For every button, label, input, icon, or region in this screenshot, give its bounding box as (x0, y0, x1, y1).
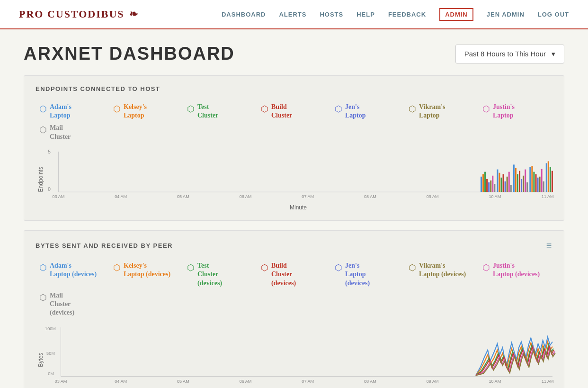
nav-logout[interactable]: LOG OUT (538, 11, 569, 18)
nav-admin[interactable]: ADMIN (439, 8, 473, 21)
bytes-legend: ⬡ Adam'sLaptop (devices) ⬡ Kelsey'sLapto… (36, 260, 552, 319)
endpoints-chart-inner: 5 0 03 AM 04 AM 05 AM 06 AM 07 AM 08 AM … (44, 148, 552, 211)
bytes-chart: Bytes 100M 50M 0M 03 AM 04 AM 05 AM 06 A… (36, 324, 552, 388)
nav-hosts[interactable]: HOSTS (320, 11, 343, 18)
bytes-justin-icon: ⬡ (482, 262, 490, 273)
test-cluster-label: TestCluster (197, 103, 218, 120)
svg-rect-15 (484, 171, 486, 192)
bytes-legend-mail[interactable]: ⬡ MailCluster(devices) (36, 289, 552, 319)
build-cluster-label: BuildCluster (271, 103, 292, 120)
chevron-down-icon: ▾ (552, 50, 555, 58)
svg-text:04 AM: 04 AM (115, 379, 127, 384)
bytes-legend-justin[interactable]: ⬡ Justin'sLaptop (devices) (479, 260, 552, 289)
svg-rect-39 (533, 171, 535, 192)
svg-rect-32 (519, 171, 520, 192)
svg-rect-40 (535, 174, 536, 191)
test-cluster-icon: ⬡ (187, 104, 195, 114)
legend-kelsey[interactable]: ⬡ Kelsey'sLaptop (109, 101, 183, 122)
endpoints-legend: ⬡ Adam'sLaptop ⬡ Kelsey'sLaptop ⬡ TestCl… (36, 101, 552, 143)
svg-text:06 AM: 06 AM (240, 379, 252, 384)
bytes-chart-inner: 100M 50M 0M 03 AM 04 AM 05 AM 06 AM 07 A… (44, 324, 552, 388)
svg-text:07 AM: 07 AM (302, 194, 314, 199)
nav-feedback[interactable]: FEEDBACK (388, 11, 426, 18)
legend-mail-cluster[interactable]: ⬡ MailCluster (36, 122, 552, 143)
bytes-mail-label: MailCluster(devices) (50, 291, 74, 317)
legend-vikram[interactable]: ⬡ Vikram'sLaptop (405, 101, 479, 122)
svg-rect-44 (543, 181, 544, 192)
mail-cluster-label: MailCluster (50, 124, 71, 141)
bytes-kelsey-icon: ⬡ (113, 262, 121, 273)
svg-rect-17 (488, 182, 490, 192)
svg-rect-13 (481, 177, 482, 192)
legend-jen[interactable]: ⬡ Jen'sLaptop (331, 101, 405, 122)
jen-icon: ⬡ (335, 104, 342, 114)
page-title: ARXNET DASHBOARD (24, 44, 235, 64)
svg-text:06 AM: 06 AM (240, 194, 252, 199)
navigation: PRO CUSTODIBUS ❧ DASHBOARD ALERTS HOSTS … (0, 0, 588, 29)
svg-text:08 AM: 08 AM (364, 194, 376, 199)
nav-help[interactable]: HELP (356, 11, 375, 18)
svg-text:0: 0 (48, 187, 51, 192)
vikram-label: Vikram'sLaptop (419, 103, 445, 120)
svg-text:09 AM: 09 AM (427, 194, 439, 199)
svg-rect-27 (508, 171, 510, 192)
svg-rect-35 (525, 169, 526, 192)
mail-cluster-icon: ⬡ (39, 125, 47, 135)
nav-jen-admin[interactable]: JEN ADMIN (487, 11, 525, 18)
bytes-legend-jen[interactable]: ⬡ Jen'sLaptop(devices) (331, 260, 405, 289)
kelsey-icon: ⬡ (113, 104, 121, 114)
bytes-panel: BYTES SENT AND RECEIVED BY PEER ≡ ⬡ Adam… (24, 230, 564, 388)
justin-icon: ⬡ (482, 104, 490, 114)
bytes-test-icon: ⬡ (187, 262, 195, 273)
svg-rect-20 (494, 184, 495, 192)
nav-dashboard[interactable]: DASHBOARD (222, 11, 266, 18)
svg-text:10 AM: 10 AM (489, 379, 501, 384)
time-selector-button[interactable]: Past 8 Hours to This Hour ▾ (455, 45, 564, 63)
legend-build-cluster[interactable]: ⬡ BuildCluster (257, 101, 331, 122)
svg-rect-24 (503, 174, 504, 191)
bytes-adam-icon: ⬡ (39, 262, 47, 273)
nav-links: DASHBOARD ALERTS HOSTS HELP FEEDBACK ADM… (222, 8, 569, 21)
svg-text:11 AM: 11 AM (542, 379, 554, 384)
legend-test-cluster[interactable]: ⬡ TestCluster (183, 101, 257, 122)
legend-justin[interactable]: ⬡ Justin'sLaptop (479, 101, 552, 122)
page-header: ARXNET DASHBOARD Past 8 Hours to This Ho… (24, 44, 564, 64)
bytes-panel-title: BYTES SENT AND RECEIVED BY PEER ≡ (36, 240, 552, 251)
endpoints-panel-title: ENDPOINTS CONNECTED TO HOST (36, 85, 552, 92)
nav-alerts[interactable]: ALERTS (279, 11, 306, 18)
svg-rect-16 (486, 179, 488, 192)
bytes-legend-test[interactable]: ⬡ TestCluster(devices) (183, 260, 257, 289)
bytes-list-icon: ≡ (546, 240, 552, 251)
svg-rect-25 (505, 181, 506, 192)
svg-rect-19 (492, 176, 493, 192)
bytes-legend-adam[interactable]: ⬡ Adam'sLaptop (devices) (36, 260, 109, 289)
svg-text:08 AM: 08 AM (364, 379, 376, 384)
endpoints-svg: 5 0 03 AM 04 AM 05 AM 06 AM 07 AM 08 AM … (44, 148, 552, 200)
svg-text:09 AM: 09 AM (427, 379, 439, 384)
svg-rect-34 (523, 176, 524, 192)
endpoints-x-label: Minute (44, 204, 552, 211)
bytes-legend-kelsey[interactable]: ⬡ Kelsey'sLaptop (devices) (109, 260, 183, 289)
svg-rect-45 (546, 163, 547, 192)
endpoints-y-label: Endpoints (36, 148, 44, 211)
logo: PRO CUSTODIBUS ❧ (19, 8, 139, 20)
svg-rect-37 (529, 167, 531, 192)
svg-rect-30 (515, 168, 517, 192)
bytes-build-icon: ⬡ (261, 262, 268, 273)
bytes-legend-vikram[interactable]: ⬡ Vikram'sLaptop (devices) (405, 260, 479, 289)
bytes-adam-label: Adam'sLaptop (devices) (50, 262, 97, 279)
svg-text:0M: 0M (48, 372, 54, 377)
svg-rect-23 (501, 178, 502, 192)
adam-label: Adam'sLaptop (50, 103, 71, 120)
bytes-build-label: BuildCluster(devices) (271, 262, 296, 288)
svg-rect-47 (550, 167, 551, 192)
svg-text:11 AM: 11 AM (542, 194, 554, 199)
logo-icon: ❧ (129, 8, 139, 20)
endpoints-panel: ENDPOINTS CONNECTED TO HOST ⬡ Adam'sLapt… (24, 75, 564, 221)
bytes-legend-build[interactable]: ⬡ BuildCluster(devices) (257, 260, 331, 289)
endpoints-chart: Endpoints 5 0 03 AM 04 AM 05 AM 06 AM 07… (36, 148, 552, 211)
svg-rect-42 (539, 177, 541, 192)
legend-adam[interactable]: ⬡ Adam'sLaptop (36, 101, 109, 122)
bytes-jen-label: Jen'sLaptop(devices) (345, 262, 370, 288)
svg-rect-26 (507, 177, 508, 192)
